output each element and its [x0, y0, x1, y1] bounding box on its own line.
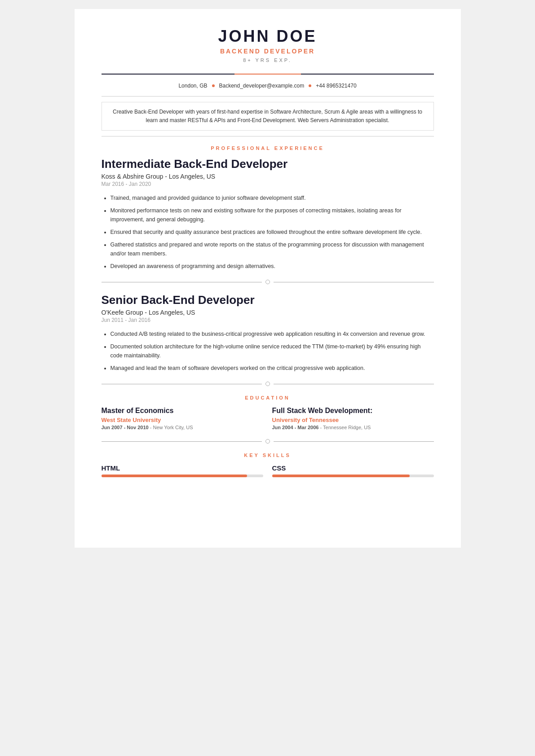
jobs-separator — [102, 280, 434, 284]
sep-circle — [265, 280, 270, 284]
job-1-title: Intermediate Back-End Developer — [102, 157, 434, 171]
edu-1-location: - New York City, US — [150, 425, 193, 430]
summary-text: Creative Back-End Developer with years o… — [102, 102, 434, 131]
job-1-bullet-4: Gathered statistics and prepared and wro… — [111, 240, 434, 258]
job-2-bullet-2: Documented solution architecture for the… — [111, 342, 434, 360]
edu-sep-line-right — [274, 384, 434, 384]
edu-1: Master of Economics West State Universit… — [102, 407, 263, 430]
contact-divider — [102, 96, 434, 97]
skill-html: HTML — [102, 464, 263, 477]
edu-2-location: - Tennessee Ridge, US — [320, 425, 371, 430]
skills-sep-circle — [265, 439, 270, 444]
education-section-title: EDUCATION — [102, 395, 434, 400]
resume-container: JOHN DOE BACKEND DEVELOPER 8+ YRS EXP. L… — [75, 9, 461, 548]
skill-html-bar-fill — [102, 475, 247, 477]
skills-grid: HTML CSS — [102, 464, 434, 477]
skill-html-bar-bg — [102, 475, 263, 477]
skills-sep-line-left — [102, 441, 262, 442]
sep-line-left — [102, 282, 262, 282]
job-2-bullets: Conducted A/B testing related to the bus… — [102, 330, 434, 373]
contact-location: London, GB — [178, 83, 207, 89]
job-1-company: Koss & Abshire Group - Los Angeles, US — [102, 173, 434, 180]
job-2: Senior Back-End Developer O'Keefe Group … — [102, 293, 434, 373]
edu-2-degree: Full Stack Web Development: — [272, 407, 434, 415]
job-2-company: O'Keefe Group - Los Angeles, US — [102, 309, 434, 316]
contact-bar: London, GB Backend_developer@example.com… — [102, 79, 434, 92]
edu-sep-line-left — [102, 384, 262, 384]
edu-1-date: Jun 2007 - Nov 2010 - New York City, US — [102, 425, 263, 430]
edu-sep-circle — [265, 382, 270, 386]
edu-separator — [102, 382, 434, 386]
edu-2: Full Stack Web Development: University o… — [272, 407, 434, 430]
job-1-bullet-1: Trained, managed and provided guidance t… — [111, 193, 434, 202]
summary-divider — [102, 136, 434, 136]
job-1-bullets: Trained, managed and provided guidance t… — [102, 193, 434, 271]
header-section: JOHN DOE BACKEND DEVELOPER 8+ YRS EXP. — [102, 27, 434, 67]
experience-section-title: PROFESSIONAL EXPERIENCE — [102, 145, 434, 151]
person-name: JOHN DOE — [102, 27, 434, 46]
contact-email: Backend_developer@example.com — [219, 83, 305, 89]
experience-years: 8+ YRS EXP. — [102, 57, 434, 63]
job-2-bullet-1: Conducted A/B testing related to the bus… — [111, 330, 434, 338]
contact-dot-1 — [212, 84, 215, 87]
edu-1-school: West State University — [102, 417, 263, 423]
skill-html-name: HTML — [102, 464, 263, 472]
contact-phone: +44 8965321470 — [316, 83, 356, 89]
skills-section-title: KEY SKILLS — [102, 453, 434, 458]
edu-2-school: University of Tennessee — [272, 417, 434, 423]
skill-css-bar-fill — [272, 475, 410, 477]
skills-sep-line-right — [274, 441, 434, 442]
job-1: Intermediate Back-End Developer Koss & A… — [102, 157, 434, 271]
skill-css: CSS — [272, 464, 434, 477]
job-2-title: Senior Back-End Developer — [102, 293, 434, 307]
job-1-bullet-5: Developed an awareness of programming an… — [111, 262, 434, 271]
education-grid: Master of Economics West State Universit… — [102, 407, 434, 430]
person-title: BACKEND DEVELOPER — [102, 48, 434, 55]
contact-dot-2 — [309, 84, 311, 87]
skill-css-name: CSS — [272, 464, 434, 472]
edu-2-date: Jun 2004 - Mar 2006 - Tennessee Ridge, U… — [272, 425, 434, 430]
top-divider — [102, 74, 434, 75]
job-1-date: Mar 2016 - Jan 2020 — [102, 181, 434, 187]
job-1-bullet-3: Ensured that security and quality assura… — [111, 228, 434, 237]
edu-1-degree: Master of Economics — [102, 407, 263, 415]
skills-separator — [102, 439, 434, 444]
job-2-bullet-3: Managed and lead the team of software de… — [111, 364, 434, 373]
sep-line-right — [274, 282, 434, 282]
skill-css-bar-bg — [272, 475, 434, 477]
job-1-bullet-2: Monitored performance tests on new and e… — [111, 206, 434, 224]
job-2-date: Jun 2011 - Jan 2016 — [102, 317, 434, 323]
